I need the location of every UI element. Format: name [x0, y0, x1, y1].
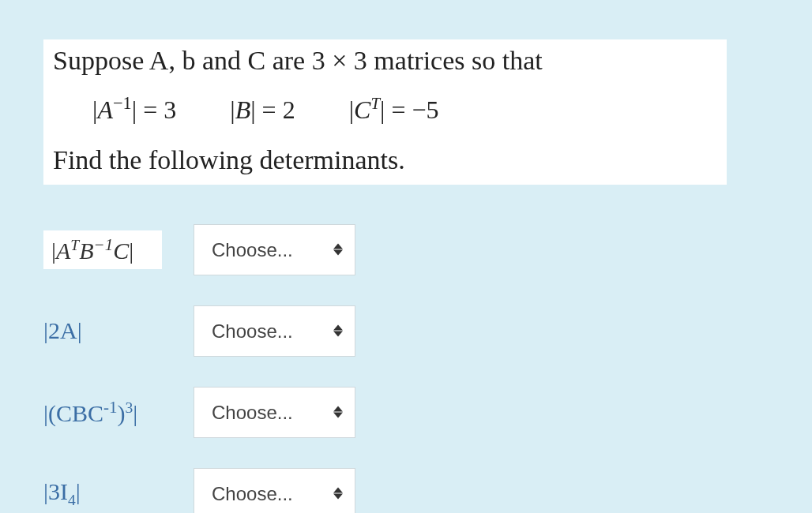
answer-select-2[interactable]: Choose...: [194, 305, 355, 357]
dropdown-wrap-2: Choose...: [194, 305, 355, 357]
problem-statement-box: Suppose A, b and C are 3 × 3 matrices so…: [43, 39, 727, 185]
dropdown-wrap-1: Choose...: [194, 224, 355, 275]
question-row-2: |2A| Choose...: [43, 305, 769, 357]
answer-select-3[interactable]: Choose...: [194, 387, 355, 438]
question-label-4: |3I4|: [43, 478, 194, 509]
dropdown-wrap-4: Choose...: [194, 468, 355, 513]
equation-1: |A−1| = 3: [92, 93, 176, 125]
answer-select-1[interactable]: Choose...: [194, 224, 355, 275]
equation-3: |CT| = −5: [349, 94, 439, 125]
question-label-3: |(CBC-1)3|: [43, 398, 194, 427]
problem-intro: Suppose A, b and C are 3 × 3 matrices so…: [53, 46, 717, 76]
answer-select-4[interactable]: Choose...: [194, 468, 355, 513]
given-equations: |A−1| = 3 |B| = 2 |CT| = −5: [53, 93, 717, 125]
question-label-1: |ATB−1C|: [43, 230, 162, 269]
equation-2: |B| = 2: [230, 95, 295, 125]
dropdown-wrap-3: Choose...: [194, 387, 355, 438]
problem-instruction: Find the following determinants.: [53, 145, 717, 175]
question-label-2: |2A|: [43, 317, 194, 344]
question-row-1: |ATB−1C| Choose...: [43, 224, 769, 275]
question-row-4: |3I4| Choose...: [43, 468, 769, 513]
question-row-3: |(CBC-1)3| Choose...: [43, 387, 769, 438]
questions-list: |ATB−1C| Choose... |2A| Choose... |(CBC-…: [43, 224, 769, 513]
